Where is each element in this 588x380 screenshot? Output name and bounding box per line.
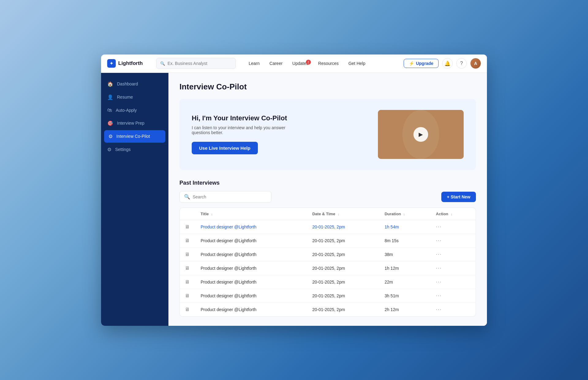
interview-date: 20-01-2025, 2pm	[312, 224, 345, 229]
table-search-box[interactable]: 🔍	[179, 191, 271, 203]
row-title-cell: Product designer @Lightforth	[196, 261, 307, 275]
row-action-cell: ···	[431, 275, 476, 289]
action-menu-button[interactable]: ···	[436, 238, 442, 243]
search-box[interactable]: 🔍	[156, 58, 236, 69]
action-menu-button[interactable]: ···	[436, 307, 442, 312]
start-new-button[interactable]: + Start New	[441, 192, 476, 202]
notification-button[interactable]: 🔔	[442, 58, 453, 69]
interview-date: 20-01-2025, 2pm	[312, 293, 345, 298]
main-content: Interview Co-Pilot Hi, I'm Your Intervie…	[168, 73, 487, 326]
interview-prep-icon: 🎯	[107, 120, 113, 126]
interviews-table: Title ↓ Date & Time ↓ Duration ↓ Action …	[180, 208, 476, 316]
row-icon-cell: 🖥	[180, 275, 196, 289]
upgrade-button[interactable]: ⚡ Upgrade	[404, 59, 439, 68]
video-thumbnail[interactable]: ▶	[378, 110, 464, 159]
row-title-cell: Product designer @Lightforth	[196, 234, 307, 247]
sidebar-item-dashboard[interactable]: 🏠 Dashboard	[101, 78, 168, 90]
updates-badge: 2	[306, 60, 311, 65]
row-title-cell: Product designer @Lightforth	[196, 220, 307, 234]
row-duration-cell: 22m	[380, 275, 431, 289]
row-duration-cell: 8m 15s	[380, 234, 431, 247]
interview-duration: 2h 12m	[385, 307, 399, 312]
top-nav: Learn Career Updates 2 Resources Get Hel…	[245, 59, 369, 68]
table-search-icon: 🔍	[184, 194, 190, 200]
interview-date: 20-01-2025, 2pm	[312, 238, 345, 243]
sidebar-item-auto-apply[interactable]: 🛍 Auto-Apply	[101, 104, 168, 116]
row-action-cell: ···	[431, 289, 476, 303]
sidebar-item-resume[interactable]: 👤 Resume	[101, 91, 168, 103]
page-title: Interview Co-Pilot	[179, 82, 476, 92]
row-icon-cell: 🖥	[180, 220, 196, 234]
row-action-cell: ···	[431, 220, 476, 234]
duration-sort-icon: ↓	[403, 212, 405, 216]
interview-icon: 🖥	[185, 265, 191, 271]
action-menu-button[interactable]: ···	[436, 293, 442, 298]
body: 🏠 Dashboard 👤 Resume 🛍 Auto-Apply 🎯 Inte…	[101, 73, 487, 326]
search-input[interactable]	[168, 61, 232, 66]
interview-icon: 🖥	[185, 307, 191, 312]
avatar-initials: A	[474, 61, 477, 66]
row-action-cell: ···	[431, 247, 476, 261]
col-date-header[interactable]: Date & Time ↓	[307, 208, 380, 220]
row-duration-cell: 1h 12m	[380, 261, 431, 275]
nav-resources[interactable]: Resources	[315, 59, 342, 68]
row-action-cell: ···	[431, 234, 476, 247]
copilot-description: I can listen to your interview and help …	[192, 125, 296, 135]
nav-get-help[interactable]: Get Help	[345, 59, 369, 68]
table-header-row: Title ↓ Date & Time ↓ Duration ↓ Action …	[180, 208, 476, 220]
table-row: 🖥 Product designer @Lightforth 20-01-202…	[180, 234, 476, 247]
sidebar: 🏠 Dashboard 👤 Resume 🛍 Auto-Apply 🎯 Inte…	[101, 73, 168, 326]
interview-title: Product designer @Lightforth	[201, 252, 256, 257]
logo[interactable]: ✦ Lightforth	[107, 59, 150, 68]
table-search-input[interactable]	[193, 194, 267, 199]
row-icon-cell: 🖥	[180, 247, 196, 261]
row-date-cell: 20-01-2025, 2pm	[307, 247, 380, 261]
interview-date: 20-01-2025, 2pm	[312, 280, 345, 284]
help-icon: ?	[460, 61, 463, 66]
row-date-cell: 20-01-2025, 2pm	[307, 220, 380, 234]
row-icon-cell: 🖥	[180, 234, 196, 247]
sidebar-label-interview-prep: Interview Prep	[117, 121, 144, 126]
nav-learn[interactable]: Learn	[245, 59, 263, 68]
interview-duration: 8m 15s	[385, 238, 399, 243]
interview-icon: 🖥	[185, 252, 191, 257]
upgrade-label: Upgrade	[416, 61, 433, 66]
col-action-header[interactable]: Action ↓	[431, 208, 476, 220]
sidebar-item-interview-copilot[interactable]: ⚙ Interview Co-Pilot	[104, 130, 165, 143]
nav-career[interactable]: Career	[266, 59, 286, 68]
bell-icon: 🔔	[444, 61, 450, 66]
col-title-header[interactable]: Title ↓	[196, 208, 307, 220]
app-name: Lightforth	[118, 60, 143, 66]
sidebar-item-interview-prep[interactable]: 🎯 Interview Prep	[101, 117, 168, 130]
sidebar-label-settings: Settings	[115, 147, 131, 152]
sidebar-label-auto-apply: Auto-Apply	[116, 108, 137, 113]
interview-title[interactable]: Product designer @Lightforth	[201, 224, 256, 229]
row-action-cell: ···	[431, 303, 476, 316]
row-title-cell: Product designer @Lightforth	[196, 275, 307, 289]
action-sort-icon: ↓	[450, 212, 452, 216]
header-right: ⚡ Upgrade 🔔 ? A	[404, 58, 481, 69]
avatar[interactable]: A	[470, 58, 481, 69]
action-menu-button[interactable]: ···	[436, 265, 442, 271]
app-window: ✦ Lightforth 🔍 Learn Career Updates 2 Re…	[101, 55, 487, 326]
action-menu-button[interactable]: ···	[436, 279, 442, 284]
date-sort-icon: ↓	[337, 212, 339, 216]
help-button[interactable]: ?	[456, 58, 467, 69]
play-button[interactable]: ▶	[413, 127, 428, 142]
interview-title: Product designer @Lightforth	[201, 307, 256, 312]
sidebar-label-dashboard: Dashboard	[117, 81, 138, 86]
settings-icon: ⚙	[107, 147, 111, 152]
interview-duration: 1h 54m	[385, 224, 399, 229]
action-menu-button[interactable]: ···	[436, 252, 442, 257]
live-interview-help-button[interactable]: Use Live Interview Help	[192, 142, 258, 154]
interview-date: 20-01-2025, 2pm	[312, 252, 345, 257]
action-menu-button[interactable]: ···	[436, 224, 442, 229]
nav-updates[interactable]: Updates 2	[289, 59, 312, 68]
col-duration-header[interactable]: Duration ↓	[380, 208, 431, 220]
row-date-cell: 20-01-2025, 2pm	[307, 289, 380, 303]
past-interviews-title: Past Interviews	[179, 180, 476, 186]
sidebar-item-settings[interactable]: ⚙ Settings	[101, 143, 168, 156]
interview-icon: 🖥	[185, 293, 191, 298]
row-duration-cell: 3h 51m	[380, 289, 431, 303]
copilot-icon: ⚙	[108, 134, 113, 139]
